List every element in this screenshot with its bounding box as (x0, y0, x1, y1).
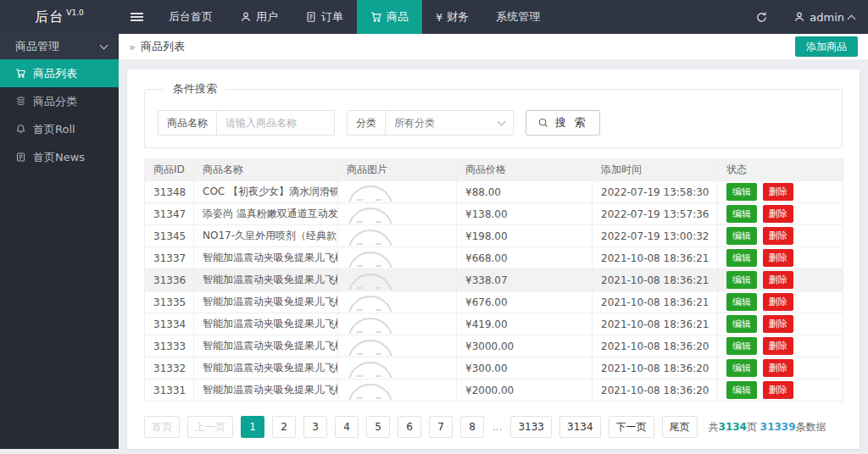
delete-button[interactable]: 删除 (763, 359, 793, 377)
search-button-label: 搜 索 (555, 115, 588, 130)
cell-time: 2021-10-08 18:36:21 (593, 269, 718, 291)
broken-image-placeholder (347, 271, 396, 290)
cell-actions: 编辑删除 (718, 225, 843, 247)
category-icon (15, 96, 26, 107)
pagination-page-button[interactable]: 2 (272, 416, 296, 438)
category-select[interactable]: 所有分类 (386, 111, 513, 135)
cell-time: 2022-07-19 13:57:36 (593, 203, 718, 225)
delete-button[interactable]: 删除 (763, 249, 793, 267)
product-name-label: 商品名称 (159, 111, 217, 135)
edit-button[interactable]: 编辑 (726, 381, 757, 399)
pagination-page-button[interactable]: 3 (303, 416, 327, 438)
sidebar-item-home-news[interactable]: 首页News (0, 143, 119, 171)
edit-button[interactable]: 编辑 (726, 359, 757, 377)
pagination-page-button[interactable]: 6 (398, 416, 421, 438)
broken-image-placeholder (347, 381, 396, 400)
cell-product-image (338, 247, 457, 269)
cell-product-image (338, 379, 457, 401)
product-name-input[interactable] (217, 111, 334, 135)
delete-button[interactable]: 删除 (763, 205, 793, 223)
nav-orders[interactable]: 订单 (292, 0, 357, 34)
delete-button[interactable]: 删除 (763, 227, 793, 245)
products-table: 商品ID 商品名称 商品图片 商品价格 添加时间 状态 31348 COC 【初… (144, 158, 843, 401)
sidebar-group-goods-management[interactable]: 商品管理 (0, 34, 119, 59)
sidebar-group-label: 商品管理 (15, 39, 59, 54)
cell-product-image (338, 203, 457, 225)
edit-button[interactable]: 编辑 (726, 293, 757, 311)
cell-actions: 编辑删除 (718, 181, 843, 203)
user-icon (240, 11, 252, 23)
sidebar-item-label: 首页News (33, 150, 85, 165)
edit-button[interactable]: 编辑 (726, 249, 757, 267)
pagination-page-button[interactable]: 5 (366, 416, 390, 438)
hamburger-icon[interactable] (119, 0, 155, 34)
refresh-icon[interactable] (743, 0, 780, 34)
user-menu[interactable]: admin (780, 0, 868, 34)
delete-button[interactable]: 删除 (763, 183, 793, 201)
pagination: 首页 上一页 1 2 3 4 5 6 7 8 ... 3133 3134 下一页… (144, 416, 843, 438)
table-row: 31333 智能加温震动夹吸免提果儿飞机杯 ¥3000.00 2021-10-0… (145, 335, 843, 357)
sidebar-item-goods-category[interactable]: 商品分类 (0, 87, 119, 115)
pagination-page-button[interactable]: 3133 (510, 416, 552, 438)
cell-price: ¥198.00 (457, 225, 593, 247)
delete-button[interactable]: 删除 (763, 293, 793, 311)
col-product-image: 商品图片 (338, 159, 457, 181)
cell-time: 2021-10-08 18:36:20 (593, 379, 718, 401)
pagination-next-button[interactable]: 下一页 (609, 416, 654, 438)
pagination-page-button[interactable]: 3134 (559, 416, 601, 438)
edit-button[interactable]: 编辑 (726, 227, 757, 245)
cell-product-image (338, 357, 457, 379)
chevron-down-icon (100, 42, 108, 50)
news-icon (15, 152, 26, 163)
summary-total-items: 31339 (760, 421, 796, 433)
pagination-page-button[interactable]: 1 (241, 416, 264, 438)
add-product-button[interactable]: 添加商品 (795, 36, 858, 57)
cell-product-id: 31331 (145, 379, 194, 401)
summary-mid: 页 (747, 421, 760, 433)
table-row: 31347 添姿尚 温真粉嫩双通道互动发音... ¥138.00 2022-07… (145, 203, 843, 225)
cart-icon (15, 68, 26, 79)
delete-button[interactable]: 删除 (763, 381, 793, 399)
table-row: 31331 智能加温震动夹吸免提果儿飞机杯 ¥2000.00 2021-10-0… (145, 379, 843, 401)
nav-home[interactable]: 后台首页 (155, 0, 226, 34)
table-row: 31336 智能加温震动夹吸免提果儿飞机杯 ¥338.07 2021-10-08… (145, 269, 843, 291)
search-panel: 条件搜索 商品名称 分类 所有分类 搜 索 (144, 81, 843, 148)
col-status: 状态 (718, 159, 843, 181)
cell-price: ¥88.00 (457, 181, 593, 203)
search-button[interactable]: 搜 索 (526, 110, 600, 136)
cell-product-image (338, 269, 457, 291)
pagination-prev-button[interactable]: 上一页 (187, 416, 233, 438)
top-nav: 后台首页 用户 订单 商品 ¥ 财务 系统管理 (155, 0, 554, 34)
nav-system[interactable]: 系统管理 (482, 0, 554, 34)
pagination-page-button[interactable]: 4 (335, 416, 359, 438)
col-product-name: 商品名称 (194, 159, 338, 181)
edit-button[interactable]: 编辑 (726, 337, 757, 355)
nav-goods[interactable]: 商品 (357, 0, 422, 34)
delete-button[interactable]: 删除 (763, 271, 793, 289)
cell-price: ¥3000.00 (457, 335, 593, 357)
delete-button[interactable]: 删除 (763, 315, 793, 333)
edit-button[interactable]: 编辑 (726, 183, 757, 201)
sidebar-item-home-roll[interactable]: 首页Roll (0, 115, 119, 143)
bell-icon (15, 124, 26, 135)
nav-users[interactable]: 用户 (226, 0, 292, 34)
delete-button[interactable]: 删除 (763, 337, 793, 355)
sidebar-item-goods-list[interactable]: 商品列表 (0, 59, 119, 87)
pagination-page-button[interactable]: 7 (429, 416, 453, 438)
edit-button[interactable]: 编辑 (726, 205, 757, 223)
pagination-first-button[interactable]: 首页 (144, 416, 180, 438)
cell-price: ¥138.00 (457, 203, 593, 225)
cell-product-image (338, 225, 457, 247)
broken-image-placeholder (347, 293, 396, 312)
breadcrumb: » 商品列表 添加商品 (119, 34, 868, 59)
nav-orders-label: 订单 (321, 9, 343, 25)
pagination-last-button[interactable]: 尾页 (662, 416, 698, 438)
nav-finance[interactable]: ¥ 财务 (422, 0, 482, 34)
cell-product-image (338, 335, 457, 357)
category-label: 分类 (348, 111, 386, 135)
edit-button[interactable]: 编辑 (726, 271, 757, 289)
pagination-page-button[interactable]: 8 (460, 416, 484, 438)
nav-home-label: 后台首页 (169, 9, 213, 25)
cell-actions: 编辑删除 (718, 379, 843, 401)
edit-button[interactable]: 编辑 (726, 315, 757, 333)
